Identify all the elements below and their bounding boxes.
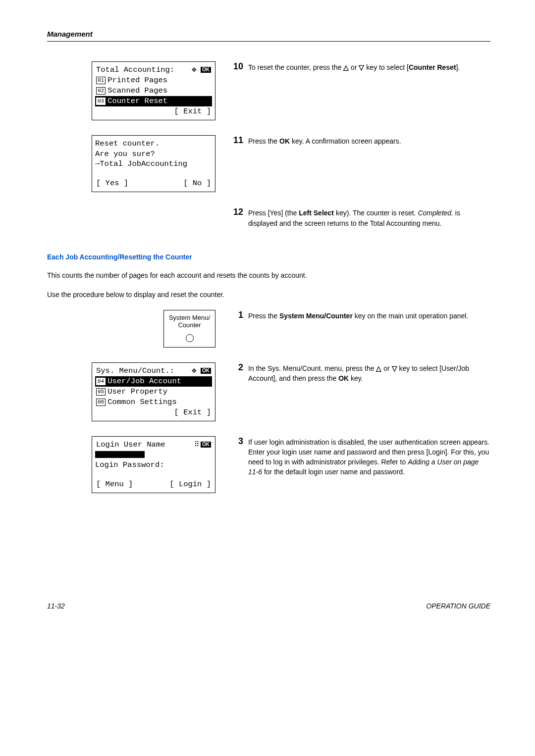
lcd1-item-0: 01 Printed Pages: [95, 75, 212, 86]
step-num-12: 12: [230, 207, 243, 228]
para2: Use the procedure below to display and r…: [47, 290, 490, 300]
lcd3-label-1: User Property: [107, 387, 167, 397]
ok-icon-2: OK: [201, 368, 211, 374]
lcd1-softkey: [ Exit ]: [174, 106, 211, 117]
section-heading: Each Job Accounting/Resetting the Counte…: [47, 253, 490, 261]
lcd3-label-2: Common Settings: [107, 397, 177, 407]
step-num-3: 3: [230, 436, 243, 477]
lcd1-num-0: 01: [96, 77, 106, 84]
up-triangle-icon: △: [343, 63, 349, 71]
step-row-12: 12 Press [Yes] (the Left Select key). Th…: [47, 207, 490, 228]
up-triangle-icon-2: △: [376, 364, 381, 372]
step-text-10: To reset the counter, press the △ or ▽ k…: [248, 61, 460, 72]
step-num-10: 10: [230, 61, 243, 72]
header-title: Management: [47, 30, 93, 38]
lcd-confirm: Reset counter. Are you sure? →Total JobA…: [92, 135, 215, 193]
step-row-10: Total Accounting: OK 01 Printed Pages 02…: [47, 61, 490, 120]
lcd3-item-1: 05 User Property: [95, 387, 212, 397]
ok-icon-3: OK: [201, 442, 211, 448]
system-menu-counter-key: System Menu/ Counter: [163, 310, 215, 348]
step-text-12: Press [Yes] (the Left Select key). The c…: [248, 207, 490, 228]
step-row-3: Login User Name ⠿ OK Login Password: [ M…: [47, 436, 490, 494]
footer-guide: OPERATION GUIDE: [426, 602, 490, 610]
lcd-sys-menu: Sys. Menu/Count.: OK 04 User/Job Account…: [92, 362, 215, 421]
led-icon: [186, 334, 194, 342]
down-triangle-icon-2: ▽: [392, 364, 397, 372]
lcd4-line2: Login Password:: [95, 460, 212, 470]
lcd1-item-1: 02 Scanned Pages: [95, 86, 212, 96]
login-user-value: [95, 450, 212, 460]
text-input-icon: ⠿: [194, 440, 199, 450]
lcd4-icons: ⠿ OK: [194, 440, 211, 450]
page-footer: 11-32 OPERATION GUIDE: [47, 602, 490, 610]
cursor-block: [95, 451, 145, 458]
lcd1-item-2: 03 Counter Reset: [95, 96, 212, 106]
button-line2: Counter: [166, 322, 213, 329]
lcd3-label-0: User/Job Account: [107, 376, 181, 387]
step-row-2: Sys. Menu/Count.: OK 04 User/Job Account…: [47, 362, 490, 421]
lcd1-label-0: Printed Pages: [107, 75, 167, 86]
lcd2-line1: Reset counter.: [95, 139, 212, 149]
button-line1: System Menu/: [166, 314, 213, 322]
lcd2-line3: →Total JobAccounting: [95, 159, 212, 169]
step-row-11: Reset counter. Are you sure? →Total JobA…: [47, 135, 490, 193]
nav-icon: [192, 66, 199, 73]
lcd4-soft-menu: [ Menu ]: [96, 479, 133, 490]
step-text-2: In the Sys. Menu/Count. menu, press the …: [248, 362, 490, 384]
lcd-total-accounting: Total Accounting: OK 01 Printed Pages 02…: [92, 61, 215, 120]
step-text-3: If user login administration is disabled…: [248, 436, 490, 477]
lcd1-num-2: 03: [96, 98, 106, 105]
down-triangle-icon: ▽: [359, 63, 364, 71]
step-text-11: Press the OK key. A confirmation screen …: [248, 135, 401, 146]
lcd3-title: Sys. Menu/Count.:: [96, 366, 174, 376]
lcd1-title: Total Accounting:: [96, 65, 174, 75]
lcd2-soft-no: [ No ]: [183, 178, 211, 189]
step-num-11: 11: [230, 135, 243, 146]
lcd3-icons: OK: [192, 367, 211, 374]
lcd1-icons: OK: [192, 66, 211, 73]
lcd3-num-0: 04: [96, 378, 106, 385]
footer-page-num: 11-32: [47, 602, 65, 610]
step-row-1: System Menu/ Counter 1 Press the System …: [47, 310, 490, 348]
lcd2-soft-yes: [ Yes ]: [96, 178, 128, 189]
step-num-1: 1: [230, 310, 243, 321]
lcd3-item-2: 06 Common Settings: [95, 397, 212, 407]
lcd3-softkey: [ Exit ]: [174, 407, 211, 418]
lcd1-label-2: Counter Reset: [107, 96, 167, 106]
step-text-1: Press the System Menu/Counter key on the…: [248, 310, 468, 321]
lcd3-item-0: 04 User/Job Account: [95, 376, 212, 387]
step-num-2: 2: [230, 362, 243, 384]
page-header: Management: [47, 30, 490, 42]
lcd3-num-2: 06: [96, 399, 106, 406]
lcd-login: Login User Name ⠿ OK Login Password: [ M…: [92, 436, 215, 494]
lcd2-line2: Are you sure?: [95, 149, 212, 159]
lcd4-soft-login: [ Login ]: [169, 479, 211, 490]
lcd1-num-1: 02: [96, 87, 106, 95]
nav-icon-2: [192, 367, 199, 374]
lcd1-label-1: Scanned Pages: [107, 86, 167, 96]
para1: This counts the number of pages for each…: [47, 271, 490, 281]
lcd4-line1: Login User Name: [96, 440, 165, 450]
ok-icon: OK: [201, 67, 211, 73]
lcd3-num-1: 05: [96, 388, 106, 396]
